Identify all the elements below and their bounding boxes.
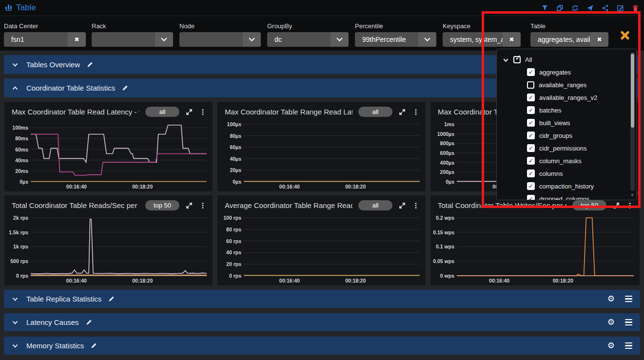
checkbox-all-icon[interactable] xyxy=(513,56,521,63)
dropdown-item-batches[interactable]: batches xyxy=(503,104,636,116)
checkbox-checked-icon[interactable] xyxy=(527,182,535,190)
kebab-menu-icon[interactable] xyxy=(199,108,207,116)
expand-icon[interactable] xyxy=(185,202,193,209)
chevron-down-icon[interactable] xyxy=(155,32,173,47)
dropdown-item-cidr_permissions[interactable]: cidr_permissions xyxy=(503,142,636,154)
chevron-up-icon[interactable] xyxy=(12,85,19,92)
dropdown-item-all[interactable]: All xyxy=(503,53,636,66)
chevron-down-icon[interactable] xyxy=(243,32,261,47)
checkbox-checked-icon[interactable] xyxy=(527,68,535,76)
close-filter-button[interactable] xyxy=(620,30,630,40)
clear-icon[interactable]: ✖ xyxy=(68,32,86,47)
percentile-select[interactable]: 99thPercentile xyxy=(355,32,436,47)
y-tick-label: 20µs xyxy=(230,167,241,173)
edit-pencil-icon[interactable] xyxy=(121,84,129,92)
expand-icon[interactable] xyxy=(398,202,406,209)
dropdown-item-compaction_history[interactable]: compaction_history xyxy=(503,180,636,192)
kebab-menu-icon[interactable] xyxy=(199,202,207,209)
checkbox-checked-icon[interactable] xyxy=(527,157,535,165)
chevron-down-icon[interactable] xyxy=(418,32,436,47)
filter-keyspace: Keyspace system, system_auth ✖ xyxy=(443,22,521,47)
filter-icon[interactable] xyxy=(541,4,548,12)
delete-icon[interactable] xyxy=(631,4,639,12)
chevron-down-icon[interactable] xyxy=(331,32,349,47)
data-center-value[interactable]: fsn1 xyxy=(4,32,68,47)
scroll-down-icon[interactable]: ▼ xyxy=(630,192,635,198)
menu-icon[interactable] xyxy=(625,342,632,349)
y-tick-label: 40 rps xyxy=(226,249,241,255)
data-center-input[interactable]: fsn1 ✖ xyxy=(4,32,86,47)
checkbox-checked-icon[interactable] xyxy=(527,170,535,177)
checkbox-checked-icon[interactable] xyxy=(527,119,535,127)
table-value[interactable]: aggregates, available xyxy=(530,32,590,47)
chevron-down-icon[interactable] xyxy=(503,57,509,63)
groupby-select[interactable]: dc xyxy=(267,32,349,47)
gear-icon[interactable]: ⚙ xyxy=(607,295,615,303)
rack-value[interactable] xyxy=(92,32,155,47)
filter-node: Node xyxy=(179,22,261,47)
x-tick-label: 00:16:40 xyxy=(279,278,300,284)
percentile-value[interactable]: 99thPercentile xyxy=(355,32,418,47)
section-latency-causes[interactable]: Latency Causes ⚙ xyxy=(4,313,640,331)
panel-badge[interactable]: all xyxy=(145,107,179,117)
expand-icon[interactable] xyxy=(398,108,406,116)
filter-table: Table aggregates, available ✖ xyxy=(530,22,608,47)
gear-icon[interactable]: ⚙ xyxy=(607,318,615,326)
section-memory-statistics[interactable]: Memory Statistics ⚙ xyxy=(4,337,640,355)
chevron-down-icon[interactable] xyxy=(12,319,19,326)
checkbox-checked-icon[interactable] xyxy=(527,195,535,200)
refresh-icon[interactable] xyxy=(571,4,579,12)
scrollbar-thumb[interactable] xyxy=(631,54,634,128)
chevron-down-icon[interactable] xyxy=(12,296,19,303)
dropdown-item-built_views[interactable]: built_views xyxy=(503,116,636,129)
edit-icon[interactable] xyxy=(616,4,624,12)
keyspace-input[interactable]: system, system_auth ✖ xyxy=(443,32,521,47)
dropdown-item-columns[interactable]: columns xyxy=(503,167,636,180)
panel-badge[interactable]: top 50 xyxy=(572,200,606,210)
edit-pencil-icon[interactable] xyxy=(108,295,115,303)
checkbox-unchecked-icon[interactable] xyxy=(527,81,534,89)
checkbox-checked-icon[interactable] xyxy=(527,106,535,114)
keyspace-value[interactable]: system, system_auth xyxy=(443,32,503,47)
checkbox-checked-icon[interactable] xyxy=(527,132,535,139)
dropdown-item-label: cidr_groups xyxy=(539,132,572,139)
kebab-menu-icon[interactable] xyxy=(412,202,420,209)
node-select[interactable] xyxy=(179,32,261,47)
table-input[interactable]: aggregates, available ✖ xyxy=(530,32,608,47)
dropdown-item-cidr_groups[interactable]: cidr_groups xyxy=(503,129,636,142)
share-icon[interactable] xyxy=(601,4,609,12)
dashboard-header: Table xyxy=(0,0,644,16)
dropdown-item-available_ranges_v2[interactable]: available_ranges_v2 xyxy=(503,91,636,104)
clear-icon[interactable]: ✖ xyxy=(503,32,521,47)
dropdown-item-available_ranges[interactable]: available_ranges xyxy=(503,78,636,91)
chevron-down-icon[interactable] xyxy=(12,342,19,349)
checkbox-checked-icon[interactable] xyxy=(527,144,535,152)
section-table-replica-statistics[interactable]: Table Replica Statistics ⚙ xyxy=(4,290,640,308)
menu-icon[interactable] xyxy=(625,296,632,303)
send-icon[interactable] xyxy=(586,4,594,12)
groupby-value[interactable]: dc xyxy=(267,32,331,47)
menu-icon[interactable] xyxy=(625,319,632,326)
panel-badge[interactable]: all xyxy=(358,200,392,210)
dropdown-item-dropped_columns[interactable]: dropped_columns xyxy=(503,192,636,200)
panel-badge[interactable]: all xyxy=(358,107,392,117)
dropdown-item-column_masks[interactable]: column_masks xyxy=(503,154,636,167)
x-axis: 00:16:4000:18:20 xyxy=(31,182,207,190)
clear-icon[interactable]: ✖ xyxy=(590,32,608,47)
panel-badge[interactable]: top 50 xyxy=(145,200,179,210)
edit-pencil-icon[interactable] xyxy=(90,342,98,349)
chevron-down-icon[interactable] xyxy=(12,61,19,68)
copy-icon[interactable] xyxy=(556,4,564,12)
edit-pencil-icon[interactable] xyxy=(85,319,93,326)
checkbox-checked-icon[interactable] xyxy=(527,94,535,101)
kebab-menu-icon[interactable] xyxy=(412,108,420,116)
kebab-menu-icon[interactable] xyxy=(626,202,634,209)
gear-icon[interactable]: ⚙ xyxy=(607,341,615,350)
dropdown-item-aggregates[interactable]: aggregates xyxy=(503,66,636,78)
edit-pencil-icon[interactable] xyxy=(86,61,94,68)
scrollbar-track[interactable] xyxy=(630,52,635,191)
expand-icon[interactable] xyxy=(612,202,620,209)
rack-select[interactable] xyxy=(92,32,173,47)
expand-icon[interactable] xyxy=(185,108,193,116)
node-value[interactable] xyxy=(179,32,243,47)
